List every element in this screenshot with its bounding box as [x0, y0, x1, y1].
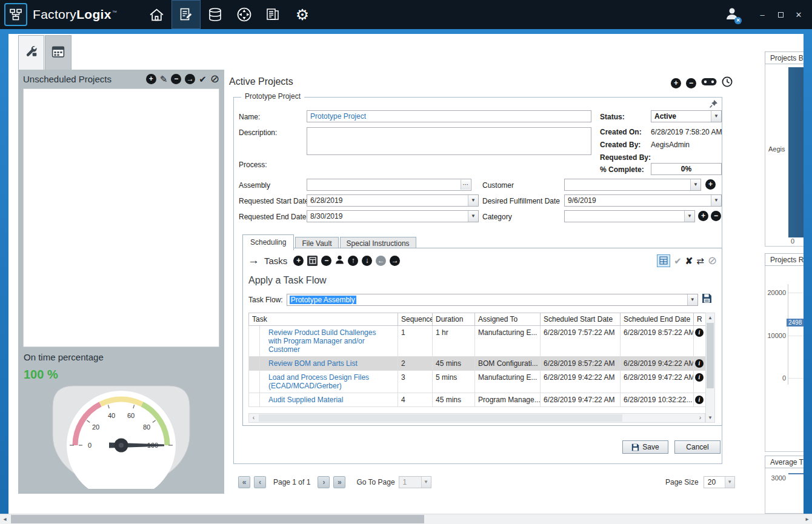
- history-clock-icon[interactable]: [722, 76, 733, 90]
- scrollbar-thumb[interactable]: [707, 323, 714, 388]
- task-info-icon[interactable]: i: [695, 396, 704, 404]
- req-end-date-select[interactable]: 8/30/2019▼: [307, 210, 479, 222]
- col-sequence[interactable]: Sequence: [398, 313, 433, 326]
- svg-text:0: 0: [88, 442, 92, 449]
- user-icon[interactable]: ✕: [725, 6, 739, 23]
- projects-by-title: Projects B: [765, 51, 804, 64]
- save-button[interactable]: Save: [622, 440, 668, 454]
- task-table-row[interactable]: Review Product Build Challenges with Pro…: [249, 326, 706, 357]
- add-icon[interactable]: +: [671, 78, 681, 88]
- svg-text:40: 40: [108, 412, 115, 419]
- bar-aegis[interactable]: [788, 67, 804, 237]
- remove-category-icon[interactable]: −: [711, 211, 721, 221]
- scroll-left-icon[interactable]: ‹: [249, 414, 258, 422]
- name-label: Name:: [239, 113, 260, 121]
- col-assigned-to[interactable]: Assigned To: [475, 313, 541, 326]
- col-task[interactable]: Task: [249, 313, 398, 326]
- materials-stack-icon[interactable]: [201, 0, 230, 29]
- validate-check-icon[interactable]: ✔: [674, 256, 682, 265]
- task-info-icon[interactable]: i: [695, 328, 704, 337]
- created-on-value: 6/28/2019 7:58:20 AM: [651, 128, 722, 136]
- scrollbar-thumb[interactable]: [11, 515, 424, 523]
- add-project-icon[interactable]: +: [146, 74, 156, 84]
- name-field[interactable]: [307, 110, 591, 122]
- remove-project-icon[interactable]: −: [171, 74, 181, 84]
- table-vertical-scrollbar[interactable]: ▲ ▼: [705, 313, 715, 423]
- scroll-left-icon[interactable]: ◂: [0, 514, 10, 524]
- clear-x-icon[interactable]: ✘: [685, 256, 693, 265]
- col-r[interactable]: R: [694, 313, 706, 326]
- add-from-template-icon[interactable]: [307, 256, 318, 266]
- swap-icon[interactable]: ⇄: [696, 256, 704, 265]
- scrollbar-thumb[interactable]: [259, 414, 622, 422]
- req-start-date-select[interactable]: 6/28/2019▼: [307, 194, 479, 207]
- schedule-arrow-icon[interactable]: →: [185, 74, 195, 84]
- navigate-circle-icon[interactable]: [230, 0, 259, 29]
- col-duration[interactable]: Duration: [433, 313, 475, 326]
- minimize-icon[interactable]: –: [757, 10, 767, 19]
- controller-icon[interactable]: [701, 78, 717, 88]
- task-table-row[interactable]: Load and Process Design Files (ECAD/MCAD…: [249, 371, 706, 393]
- maximize-icon[interactable]: [776, 10, 785, 19]
- remove-task-icon[interactable]: −: [321, 256, 331, 266]
- home-icon[interactable]: [142, 0, 171, 29]
- scroll-up-icon[interactable]: ▲: [706, 313, 714, 322]
- move-up-icon[interactable]: ↑: [348, 256, 358, 266]
- col-sched-start[interactable]: Scheduled Start Date: [541, 313, 621, 326]
- browse-ellipsis-button[interactable]: ⋯: [461, 180, 470, 190]
- indent-icon[interactable]: →: [390, 256, 400, 266]
- tab-scheduling[interactable]: Scheduling: [242, 234, 294, 250]
- requested-by-label: Requested By:: [600, 153, 651, 162]
- customer-select[interactable]: ▼: [564, 179, 701, 191]
- project-group-box: Prototype Project Name: Status: Active▼ …: [233, 97, 722, 464]
- y-tick: 20000: [765, 289, 786, 296]
- cancel-button[interactable]: Cancel: [674, 440, 720, 454]
- desired-fulfillment-date-select[interactable]: 9/6/2019▼: [564, 194, 722, 207]
- complete-check-icon[interactable]: ✔: [199, 75, 207, 84]
- goto-page-select[interactable]: 1 ▼: [399, 476, 431, 488]
- close-icon[interactable]: ✕: [794, 10, 804, 19]
- cancel-slash-icon[interactable]: ⊘: [210, 73, 219, 84]
- description-field[interactable]: [307, 127, 591, 155]
- unscheduled-projects-list[interactable]: [23, 88, 219, 347]
- settings-gear-icon[interactable]: ⚙: [288, 0, 317, 29]
- page-size-select[interactable]: 20 ▼: [704, 476, 735, 488]
- unscheduled-projects-title: Unscheduled Projects: [23, 74, 111, 84]
- add-customer-icon[interactable]: +: [705, 179, 716, 190]
- pin-icon[interactable]: [710, 99, 717, 110]
- save-task-flow-icon[interactable]: [702, 293, 712, 306]
- tools-tab[interactable]: [18, 35, 44, 70]
- table-horizontal-scrollbar[interactable]: ‹ ›: [248, 413, 705, 423]
- scroll-right-icon[interactable]: ›: [696, 414, 705, 422]
- chevron-down-icon: ▼: [711, 195, 721, 206]
- task-flow-select[interactable]: Prototype Assembly ▼: [287, 294, 698, 306]
- chevron-down-icon: ▼: [421, 477, 431, 488]
- grid-view-toggle-icon[interactable]: [657, 254, 670, 267]
- add-task-icon[interactable]: +: [293, 256, 304, 266]
- move-down-icon[interactable]: ↓: [362, 256, 372, 266]
- cancel-slash-icon[interactable]: ⊘: [708, 255, 717, 266]
- calendar-tab[interactable]: [45, 35, 72, 70]
- work-instructions-icon[interactable]: [171, 0, 201, 29]
- add-category-icon[interactable]: +: [698, 211, 708, 221]
- task-info-icon[interactable]: i: [695, 359, 704, 368]
- assign-person-icon[interactable]: [335, 255, 344, 267]
- next-page-icon[interactable]: ›: [318, 476, 330, 488]
- edit-pencil-icon[interactable]: ✎: [160, 75, 168, 84]
- scroll-down-icon[interactable]: ▼: [706, 413, 714, 422]
- task-table-row[interactable]: Audit Supplied Material445 minsProgram M…: [249, 393, 706, 407]
- last-page-icon[interactable]: »: [333, 476, 345, 488]
- app-horizontal-scrollbar[interactable]: ◂ ▸: [0, 514, 812, 524]
- col-sched-end[interactable]: Scheduled End Date: [621, 313, 694, 326]
- scroll-right-icon[interactable]: ▸: [802, 514, 812, 524]
- prev-page-icon[interactable]: ‹: [254, 476, 266, 488]
- status-select[interactable]: Active▼: [651, 110, 722, 122]
- assembly-field[interactable]: ⋯: [307, 179, 471, 191]
- first-page-icon[interactable]: «: [238, 476, 250, 488]
- task-info-icon[interactable]: i: [695, 373, 704, 382]
- remove-icon[interactable]: −: [686, 78, 696, 88]
- reports-icon[interactable]: [259, 0, 288, 29]
- category-select[interactable]: ▼: [564, 210, 695, 222]
- outdent-icon[interactable]: ←: [376, 256, 386, 266]
- task-table-row[interactable]: Review BOM and Parts List245 minsBOM Con…: [249, 357, 706, 371]
